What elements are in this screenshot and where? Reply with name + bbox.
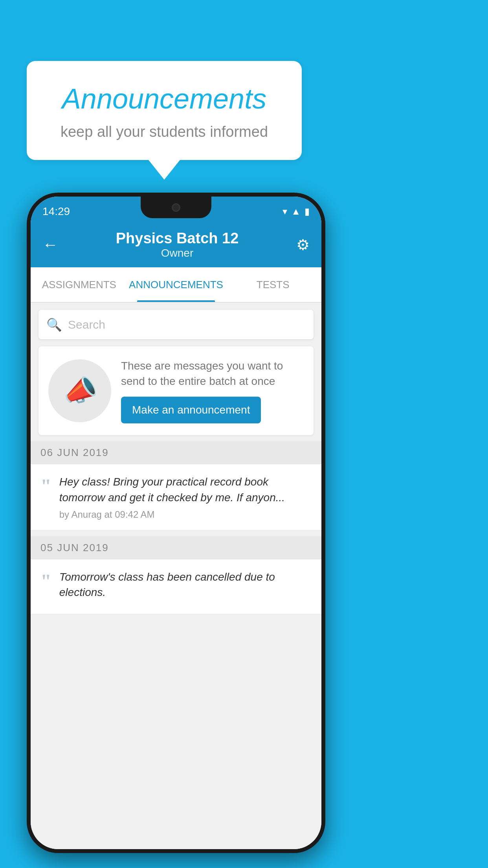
quote-icon-1: " [40, 476, 51, 496]
signal-icon: ▲ [291, 206, 301, 217]
app-bar-title: Physics Batch 12 [116, 230, 239, 247]
promo-text: These are messages you want to send to t… [121, 358, 304, 389]
date-divider-2: 05 JUN 2019 [31, 536, 321, 559]
tab-assignments[interactable]: ASSIGNMENTS [31, 267, 128, 302]
promo-content: These are messages you want to send to t… [121, 358, 304, 423]
back-button[interactable]: ← [42, 236, 58, 254]
announcement-item-1[interactable]: " Hey class! Bring your practical record… [31, 464, 321, 530]
app-bar-title-container: Physics Batch 12 Owner [116, 230, 239, 259]
front-camera [172, 203, 180, 212]
make-announcement-button[interactable]: Make an announcement [121, 397, 261, 423]
phone-wrapper: 14:29 ▾ ▲ ▮ ← Physics Batch 12 Owner ⚙ [27, 193, 325, 853]
search-placeholder: Search [68, 318, 105, 331]
settings-button[interactable]: ⚙ [296, 236, 310, 254]
app-bar-subtitle: Owner [116, 247, 239, 259]
app-bar: ← Physics Batch 12 Owner ⚙ [31, 222, 321, 267]
notch [141, 197, 211, 218]
promo-icon-circle: 📣 [48, 359, 111, 422]
date-divider-1: 06 JUN 2019 [31, 441, 321, 464]
content-area: 🔍 Search 📣 These are messages you want t… [31, 303, 321, 849]
status-icons: ▾ ▲ ▮ [283, 202, 310, 217]
announcement-author-1: by Anurag at 09:42 AM [59, 509, 312, 520]
speech-bubble-title: Announcements [50, 83, 278, 115]
quote-icon-2: " [40, 571, 51, 591]
status-time: 14:29 [42, 201, 70, 218]
tab-tests[interactable]: TESTS [224, 267, 321, 302]
tab-announcements[interactable]: ANNOUNCEMENTS [128, 267, 225, 302]
search-icon: 🔍 [46, 317, 62, 332]
announcement-text-2: Tomorrow's class has been cancelled due … [59, 569, 312, 600]
announcement-content-2: Tomorrow's class has been cancelled due … [59, 569, 312, 604]
promo-card: 📣 These are messages you want to send to… [39, 346, 314, 435]
battery-icon: ▮ [305, 206, 310, 217]
announcement-text-1: Hey class! Bring your practical record b… [59, 474, 312, 505]
speech-bubble-container: Announcements keep all your students inf… [27, 61, 302, 180]
wifi-icon: ▾ [283, 206, 287, 217]
speech-bubble: Announcements keep all your students inf… [27, 61, 302, 160]
announcement-item-2[interactable]: " Tomorrow's class has been cancelled du… [31, 559, 321, 614]
megaphone-icon: 📣 [60, 372, 99, 410]
date-label-2: 05 JUN 2019 [40, 542, 109, 554]
speech-bubble-tail [149, 160, 180, 180]
tabs-container: ASSIGNMENTS ANNOUNCEMENTS TESTS [31, 267, 321, 303]
phone-screen: 14:29 ▾ ▲ ▮ ← Physics Batch 12 Owner ⚙ [31, 197, 321, 849]
speech-bubble-subtitle: keep all your students informed [50, 123, 278, 140]
announcement-content-1: Hey class! Bring your practical record b… [59, 474, 312, 520]
search-bar[interactable]: 🔍 Search [39, 310, 314, 339]
phone-body: 14:29 ▾ ▲ ▮ ← Physics Batch 12 Owner ⚙ [27, 193, 325, 853]
date-label-1: 06 JUN 2019 [40, 447, 109, 458]
